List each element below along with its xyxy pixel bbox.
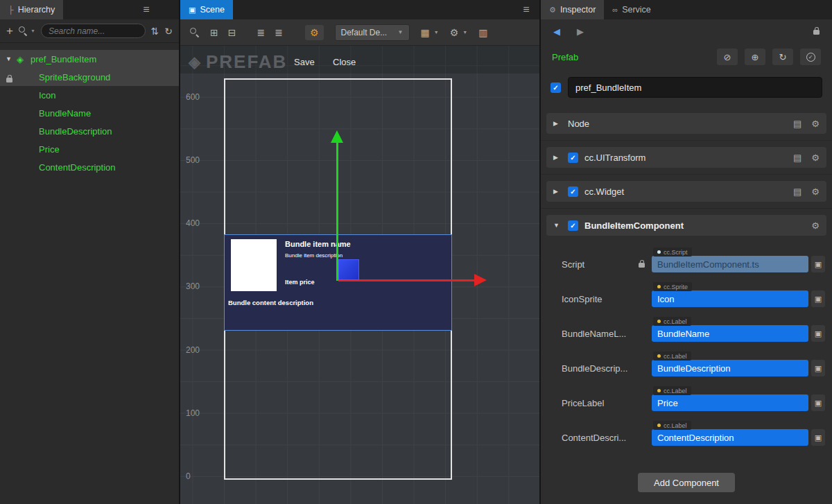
hierarchy-tree: ▼ ◈ pref_BundleItem SpriteBackground Ico… [0, 43, 179, 176]
prefab-apply-icon[interactable]: ✓ [800, 49, 821, 65]
prefab-header-row: Prefab ⊘ ⊕ ↻ ✓ [541, 43, 832, 71]
asset-picker-icon[interactable]: ▣ [811, 325, 825, 342]
section-widget-header[interactable]: ▶ ✓ cc.Widget ▤ ⚙ [546, 181, 826, 202]
caret-right-icon[interactable]: ▶ [553, 154, 562, 161]
layers-caret-icon[interactable]: ▼ [434, 30, 439, 35]
gear-icon[interactable]: ⚙ [811, 186, 820, 197]
section-uitransform-header[interactable]: ▶ ✓ cc.UITransform ▤ ⚙ [546, 147, 826, 168]
tab-scene[interactable]: ▣ Scene [180, 0, 233, 19]
hierarchy-item-contentdescription[interactable]: ContentDescription [0, 158, 179, 176]
prefab-reset-icon[interactable]: ↻ [772, 49, 793, 65]
zoom-tool-icon[interactable] [190, 28, 199, 37]
add-node-button[interactable]: + [6, 24, 13, 38]
collapse-all-icon[interactable]: ⇅ [151, 26, 159, 37]
asset-picker-icon[interactable]: ▣ [811, 256, 825, 272]
section-label: cc.Widget [584, 186, 624, 197]
node-name-input[interactable] [568, 77, 822, 98]
asset-picker-icon[interactable]: ▣ [811, 360, 825, 376]
component-enabled-checkbox[interactable]: ✓ [568, 186, 578, 197]
prop-iconsprite-value[interactable]: Icon [652, 290, 808, 307]
hierarchy-item-label: pref_BundleItem [31, 54, 96, 64]
type-dot-icon [657, 424, 661, 427]
gear-icon[interactable]: ⚙ [811, 119, 820, 129]
insert-node-after-icon[interactable]: ⊟ [228, 27, 236, 38]
lock-icon [639, 259, 645, 270]
caret-down-icon[interactable]: ▼ [553, 222, 562, 229]
gear-caret-icon[interactable]: ▼ [462, 30, 467, 35]
prefab-watermark-label: PREFAB [206, 51, 287, 73]
tabbar-spacer [659, 0, 832, 19]
prefab-unlink-icon[interactable]: ⊘ [717, 49, 738, 65]
align-top-icon[interactable]: ≣ [257, 27, 265, 38]
scene-menu-icon[interactable]: ≡ [513, 0, 539, 19]
align-bottom-icon[interactable]: ≣ [275, 27, 283, 38]
scene-canvas[interactable]: ◈ PREFAB Save Close 600 500 400 300 200 … [180, 46, 539, 504]
tab-scene-label: Scene [200, 5, 224, 15]
add-component-button[interactable]: Add Component [638, 473, 735, 492]
save-button[interactable]: Save [288, 54, 320, 70]
doc-icon[interactable]: ▤ [793, 153, 801, 163]
type-dot-icon [657, 250, 661, 254]
scene-gear-icon[interactable]: ⚙ [450, 27, 459, 38]
hierarchy-item-icon[interactable]: Icon [0, 86, 179, 104]
hierarchy-item-spritebackground[interactable]: SpriteBackground [0, 68, 179, 86]
hierarchy-menu-icon[interactable]: ≡ [133, 0, 159, 19]
asset-picker-icon[interactable]: ▣ [811, 394, 825, 411]
gizmo-y-axis-arrowhead[interactable] [331, 130, 343, 143]
nav-forward-icon[interactable]: ▶ [577, 26, 584, 37]
hierarchy-item-bundlename[interactable]: BundleName [0, 104, 179, 122]
prop-label: BundleDescrip... [562, 363, 652, 374]
doc-icon[interactable]: ▤ [793, 119, 801, 129]
search-filter-caret-icon[interactable]: ▼ [31, 28, 35, 33]
caret-right-icon[interactable]: ▶ [553, 120, 562, 127]
gizmo-origin-cube[interactable] [338, 259, 359, 280]
section-bundleitemcomponent-header[interactable]: ▼ ✓ BundleItemComponent ⚙ [546, 215, 826, 236]
inspector-lock-icon[interactable] [813, 26, 820, 37]
caret-right-icon[interactable]: ▶ [553, 188, 562, 195]
hierarchy-item-label: ContentDescription [39, 162, 116, 173]
refresh-icon[interactable]: ↻ [164, 26, 173, 37]
tab-service[interactable]: ∞ Service [604, 0, 659, 19]
hierarchy-search-input[interactable] [41, 24, 146, 38]
insert-node-before-icon[interactable]: ⊞ [210, 27, 218, 38]
tab-hierarchy[interactable]: ├ Hierarchy [0, 0, 63, 19]
node-active-checkbox[interactable]: ✓ [551, 82, 561, 93]
hierarchy-item-pref-bundleitem[interactable]: ▼ ◈ pref_BundleItem [0, 50, 179, 68]
tab-inspector[interactable]: ⚙ Inspector [541, 0, 604, 19]
component-enabled-checkbox[interactable]: ✓ [568, 220, 578, 231]
prefab-locate-icon[interactable]: ⊕ [745, 49, 765, 65]
asset-picker-icon[interactable]: ▣ [811, 429, 825, 446]
grid-view-icon[interactable]: ▥ [478, 27, 487, 38]
hierarchy-item-label: BundleDescription [39, 126, 112, 137]
section-node-header[interactable]: ▶ Node ▤ ⚙ [546, 113, 826, 134]
close-button[interactable]: Close [327, 54, 361, 70]
hierarchy-item-price[interactable]: Price [0, 140, 179, 158]
gizmo-x-axis-arrowhead[interactable] [474, 274, 487, 286]
preview-item-price: Item price [285, 279, 315, 286]
gizmo-settings-icon[interactable]: ⚙ [305, 25, 324, 40]
prop-bundledescription-value[interactable]: BundleDescription [652, 360, 808, 376]
gear-icon[interactable]: ⚙ [811, 153, 820, 163]
layers-icon[interactable]: ▦ [421, 27, 430, 38]
search-filter-icon[interactable] [19, 26, 28, 35]
hierarchy-item-label: SpriteBackground [39, 72, 110, 82]
prop-script: Script cc.Script BundleItemComponent.ts … [541, 247, 832, 281]
hierarchy-item-bundledescription[interactable]: BundleDescription [0, 122, 179, 140]
prop-bundledescription: BundleDescrip... cc.Label BundleDescript… [541, 351, 832, 385]
type-badge: cc.Label [653, 317, 691, 326]
caret-down-icon[interactable]: ▼ [6, 55, 17, 62]
lock-icon[interactable] [6, 74, 12, 85]
scene-tab-icon: ▣ [189, 6, 196, 15]
component-enabled-checkbox[interactable]: ✓ [568, 153, 578, 163]
prop-bundlename-value[interactable]: BundleName [652, 325, 808, 342]
camera-select-dropdown[interactable]: Default De... ▼ [335, 24, 410, 41]
prop-label: ContentDescri... [562, 433, 652, 443]
prop-label: BundleNameL... [562, 329, 652, 339]
gear-icon[interactable]: ⚙ [811, 220, 820, 231]
nav-back-icon[interactable]: ◀ [553, 26, 560, 37]
asset-picker-icon[interactable]: ▣ [811, 290, 825, 307]
doc-icon[interactable]: ▤ [793, 186, 801, 197]
prop-pricelabel-value[interactable]: Price [652, 394, 808, 411]
ruler-label: 500 [186, 155, 200, 165]
prop-contentdescription-value[interactable]: ContentDescription [652, 429, 808, 446]
